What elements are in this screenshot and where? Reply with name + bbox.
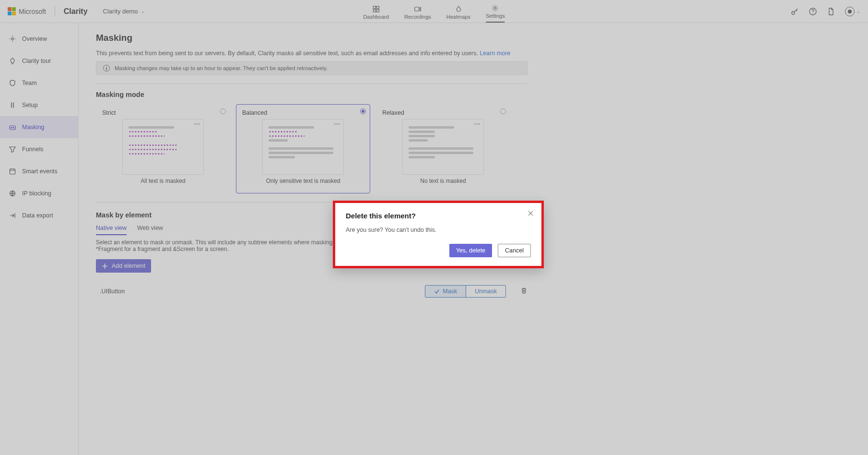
dialog-body: Are you sure? You can't undo this.	[346, 227, 531, 233]
cancel-button[interactable]: Cancel	[498, 244, 531, 257]
dialog-actions: Yes, delete Cancel	[346, 244, 531, 257]
dialog-title: Delete this element?	[346, 212, 531, 220]
dialog-close-button[interactable]	[528, 210, 534, 218]
close-icon	[528, 210, 534, 216]
delete-dialog: Delete this element? Are you sure? You c…	[333, 201, 544, 268]
confirm-delete-button[interactable]: Yes, delete	[449, 244, 492, 257]
